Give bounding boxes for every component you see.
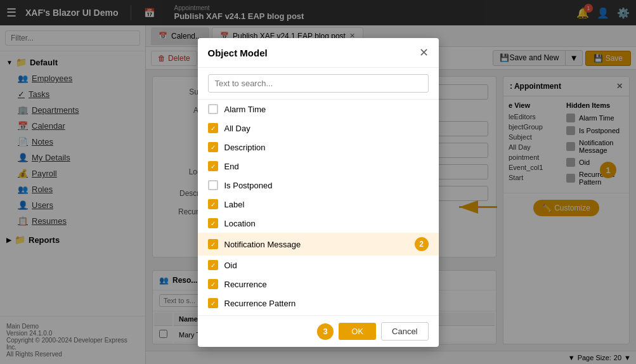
list-item-notification[interactable]: ✓ Notification Message 2 <box>198 233 439 256</box>
checkbox-description[interactable]: ✓ <box>208 142 218 152</box>
label-oid: Oid <box>224 261 237 270</box>
label-notification: Notification Message <box>224 240 301 249</box>
checkbox-recurrence[interactable]: ✓ <box>208 279 218 289</box>
modal: Object Model ✕ Alarm Time ✓ All Day ✓ De… <box>198 38 439 347</box>
list-item-oid[interactable]: ✓ Oid <box>198 256 439 275</box>
label-location: Location <box>224 219 256 228</box>
list-item-all-day[interactable]: ✓ All Day <box>198 119 439 138</box>
checkbox-end[interactable]: ✓ <box>208 161 218 171</box>
checkbox-alarm-time[interactable] <box>208 104 218 114</box>
label-recurrence: Recurrence <box>224 280 267 289</box>
ok-button[interactable]: OK <box>339 323 376 340</box>
label-end: End <box>224 162 239 171</box>
modal-search <box>198 68 439 100</box>
list-item-alarm-time[interactable]: Alarm Time <box>198 100 439 119</box>
modal-header: Object Model ✕ <box>198 38 439 68</box>
step3-badge: 3 <box>317 323 334 340</box>
list-item-recurrence-pattern[interactable]: ✓ Recurrence Pattern <box>198 294 439 313</box>
modal-close-icon[interactable]: ✕ <box>419 46 429 60</box>
list-item-label[interactable]: ✓ Label <box>198 195 439 214</box>
label-alarm-time: Alarm Time <box>224 105 266 114</box>
list-item-is-postponed[interactable]: Is Postponed <box>198 176 439 195</box>
label-is-postponed: Is Postponed <box>224 181 273 190</box>
checkbox-notification[interactable]: ✓ <box>208 239 218 249</box>
modal-overlay: Object Model ✕ Alarm Time ✓ All Day ✓ De… <box>0 0 636 364</box>
checkbox-all-day[interactable]: ✓ <box>208 123 218 133</box>
modal-footer: 3 OK Cancel <box>198 315 439 347</box>
checkbox-is-postponed[interactable] <box>208 180 218 190</box>
checkbox-label[interactable]: ✓ <box>208 199 218 209</box>
checkbox-location[interactable]: ✓ <box>208 218 218 228</box>
modal-list: Alarm Time ✓ All Day ✓ Description ✓ End… <box>198 100 439 315</box>
label-recurrence-pattern: Recurrence Pattern <box>224 299 296 308</box>
label-description: Description <box>224 143 266 152</box>
step2-badge: 2 <box>415 237 429 251</box>
list-item-location[interactable]: ✓ Location <box>198 214 439 233</box>
checkbox-recurrence-pattern[interactable]: ✓ <box>208 298 218 308</box>
modal-search-input[interactable] <box>208 74 429 93</box>
checkbox-oid[interactable]: ✓ <box>208 260 218 270</box>
modal-title: Object Model <box>208 48 268 58</box>
label-label-item: Label <box>224 200 245 209</box>
list-item-end[interactable]: ✓ End <box>198 157 439 176</box>
list-item-description[interactable]: ✓ Description <box>198 138 439 157</box>
label-all-day: All Day <box>224 124 250 133</box>
list-item-recurrence[interactable]: ✓ Recurrence <box>198 275 439 294</box>
cancel-button[interactable]: Cancel <box>381 322 428 341</box>
